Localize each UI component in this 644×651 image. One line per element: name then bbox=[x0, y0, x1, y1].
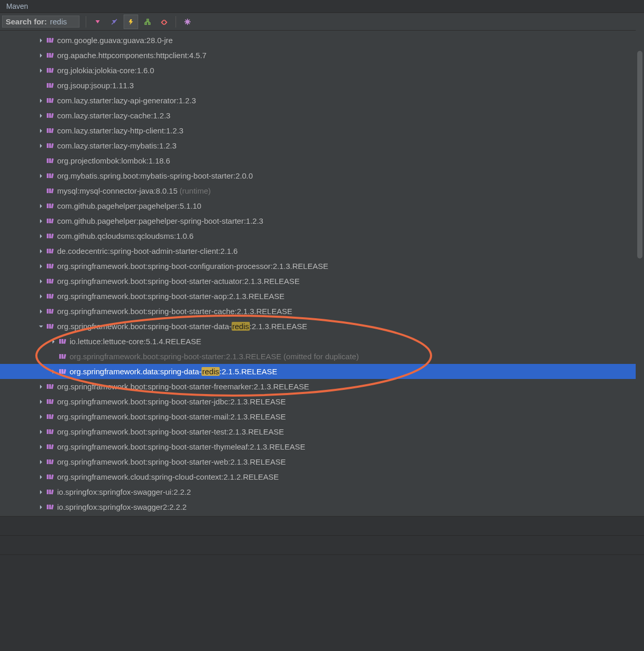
library-icon bbox=[46, 307, 54, 316]
svg-rect-49 bbox=[47, 234, 49, 238]
tree-row[interactable]: org.apache.httpcomponents:httpclient:4.5… bbox=[0, 48, 644, 63]
chevron-right-icon[interactable] bbox=[37, 218, 45, 225]
library-icon bbox=[46, 292, 54, 301]
chevron-right-icon[interactable] bbox=[37, 278, 45, 285]
svg-rect-43 bbox=[47, 204, 49, 208]
chevron-right-icon[interactable] bbox=[37, 398, 45, 405]
chevron-right-icon[interactable] bbox=[37, 248, 45, 255]
svg-rect-50 bbox=[49, 234, 51, 238]
toolbar-hierarchy-icon[interactable] bbox=[140, 15, 155, 29]
chevron-right-icon[interactable] bbox=[50, 338, 57, 345]
chevron-right-icon[interactable] bbox=[37, 293, 45, 300]
tree-row[interactable]: com.github.qcloudsms:qcloudsms:1.0.6 bbox=[0, 228, 644, 243]
tree-row[interactable]: io.springfox:springfox-swagger-ui:2.2.2 bbox=[0, 484, 644, 499]
tree-row[interactable]: com.google.guava:guava:28.0-jre bbox=[0, 33, 644, 48]
toolbar-collapse-icon[interactable] bbox=[157, 15, 171, 29]
chevron-right-icon[interactable] bbox=[37, 112, 45, 119]
tree-row[interactable]: org.springframework.boot:spring-boot-con… bbox=[0, 259, 644, 274]
tree-row[interactable]: io.springfox:springfox-swagger2:2.2.2 bbox=[0, 499, 644, 514]
chevron-right-icon[interactable] bbox=[37, 413, 45, 421]
tree-row[interactable]: org.springframework.boot:spring-boot-sta… bbox=[0, 304, 644, 319]
chevron-right-icon[interactable] bbox=[37, 127, 45, 134]
svg-rect-27 bbox=[51, 113, 53, 118]
tree-row[interactable]: org.jsoup:jsoup:1.11.3 bbox=[0, 78, 644, 93]
chevron-right-icon[interactable] bbox=[37, 458, 45, 466]
library-icon bbox=[46, 157, 54, 165]
tree-row[interactable]: org.jolokia:jolokia-core:1.6.0 bbox=[0, 63, 644, 78]
chevron-right-icon[interactable] bbox=[37, 443, 45, 451]
tree-row[interactable]: org.springframework.boot:spring-boot-sta… bbox=[0, 409, 644, 424]
svg-rect-105 bbox=[51, 505, 53, 510]
chevron-right-icon[interactable] bbox=[37, 308, 45, 315]
scrollbar-thumb[interactable] bbox=[637, 51, 642, 259]
toolbar-lightning-icon[interactable] bbox=[124, 15, 138, 29]
tree-item-label: org.jsoup:jsoup:1.11.3 bbox=[57, 81, 134, 90]
tree-row[interactable]: org.projectlombok:lombok:1.18.6 bbox=[0, 153, 644, 168]
tree-row[interactable]: org.springframework.boot:spring-boot-sta… bbox=[0, 379, 644, 394]
chevron-right-icon[interactable] bbox=[37, 504, 45, 511]
tree-item-label: com.lazy.starter:lazy-api-generator:1.2.… bbox=[57, 96, 196, 105]
svg-rect-26 bbox=[49, 113, 51, 118]
tree-row[interactable]: org.springframework.boot:spring-boot-sta… bbox=[0, 319, 644, 334]
tree-row[interactable]: org.springframework.boot:spring-boot-sta… bbox=[0, 274, 644, 289]
tree-row[interactable]: com.lazy.starter:lazy-cache:1.2.3 bbox=[0, 108, 644, 123]
chevron-right-icon[interactable] bbox=[37, 428, 45, 436]
chevron-right-icon[interactable] bbox=[37, 142, 45, 150]
tree-row[interactable]: mysql:mysql-connector-java:8.0.15(runtim… bbox=[0, 183, 644, 198]
tree-row[interactable]: io.lettuce:lettuce-core:5.1.4.RELEASE bbox=[0, 334, 644, 349]
library-icon bbox=[46, 187, 54, 195]
chevron-right-icon[interactable] bbox=[37, 233, 45, 240]
search-box[interactable]: Search for: redis bbox=[2, 16, 79, 28]
library-icon bbox=[46, 232, 54, 240]
tree-row[interactable]: org.springframework.boot:spring-boot-sta… bbox=[0, 349, 644, 364]
svg-line-0 bbox=[112, 19, 117, 24]
tree-item-label: org.springframework.boot:spring-boot-sta… bbox=[57, 307, 292, 316]
tree-row[interactable]: com.github.pagehelper:pagehelper-spring-… bbox=[0, 213, 644, 228]
svg-rect-13 bbox=[47, 53, 49, 58]
tree-row[interactable]: com.github.pagehelper:pagehelper:5.1.10 bbox=[0, 198, 644, 213]
tree-row[interactable]: org.springframework.boot:spring-boot-sta… bbox=[0, 424, 644, 439]
toolbar-pink-down-icon[interactable] bbox=[90, 15, 105, 29]
search-label: Search for: bbox=[6, 17, 47, 26]
chevron-right-icon[interactable] bbox=[50, 368, 57, 375]
toolbar-gear-icon[interactable] bbox=[180, 15, 195, 29]
chevron-right-icon[interactable] bbox=[37, 37, 45, 44]
tree-row[interactable]: org.springframework.cloud:spring-cloud-c… bbox=[0, 469, 644, 484]
svg-rect-92 bbox=[49, 444, 51, 449]
library-icon bbox=[46, 488, 54, 496]
library-icon bbox=[46, 262, 54, 270]
library-icon bbox=[46, 97, 54, 105]
svg-rect-100 bbox=[47, 490, 49, 494]
toolbar-purple-down-off-icon[interactable] bbox=[107, 15, 122, 29]
svg-rect-34 bbox=[47, 158, 49, 163]
svg-rect-29 bbox=[49, 128, 51, 133]
svg-rect-83 bbox=[49, 399, 51, 404]
chevron-right-icon[interactable] bbox=[37, 67, 45, 74]
tree-item-label: io.lettuce:lettuce-core:5.1.4.RELEASE bbox=[70, 337, 201, 346]
tree-row[interactable]: com.lazy.starter:lazy-api-generator:1.2.… bbox=[0, 93, 644, 108]
chevron-right-icon[interactable] bbox=[37, 172, 45, 180]
tree-row[interactable]: org.mybatis.spring.boot:mybatis-spring-b… bbox=[0, 168, 644, 183]
chevron-down-icon[interactable] bbox=[37, 323, 45, 330]
chevron-right-icon[interactable] bbox=[37, 202, 45, 210]
tree-row[interactable]: de.codecentric:spring-boot-admin-starter… bbox=[0, 243, 644, 259]
tree-row[interactable]: org.springframework.data:spring-data-red… bbox=[0, 364, 644, 379]
chevron-right-icon[interactable] bbox=[37, 383, 45, 390]
chevron-right-icon[interactable] bbox=[37, 52, 45, 59]
library-icon bbox=[58, 337, 66, 346]
tree-row[interactable]: org.springframework.boot:spring-boot-sta… bbox=[0, 289, 644, 304]
svg-rect-73 bbox=[59, 354, 61, 359]
tree-row[interactable]: org.springframework.boot:spring-boot-sta… bbox=[0, 439, 644, 454]
svg-rect-12 bbox=[51, 38, 53, 43]
library-icon bbox=[46, 398, 54, 406]
tree-row[interactable]: org.springframework.boot:spring-boot-sta… bbox=[0, 394, 644, 409]
tree-row[interactable]: com.lazy.starter:lazy-mybatis:1.2.3 bbox=[0, 138, 644, 153]
tree-row[interactable]: org.springframework.boot:spring-boot-sta… bbox=[0, 454, 644, 469]
chevron-right-icon[interactable] bbox=[37, 97, 45, 104]
chevron-right-icon[interactable] bbox=[37, 473, 45, 481]
tree-item-label: org.springframework.boot:spring-boot-sta… bbox=[57, 382, 309, 391]
chevron-right-icon[interactable] bbox=[37, 263, 45, 270]
tree-row[interactable]: com.lazy.starter:lazy-http-client:1.2.3 bbox=[0, 123, 644, 138]
chevron-right-icon[interactable] bbox=[37, 489, 45, 496]
svg-rect-57 bbox=[51, 264, 53, 269]
